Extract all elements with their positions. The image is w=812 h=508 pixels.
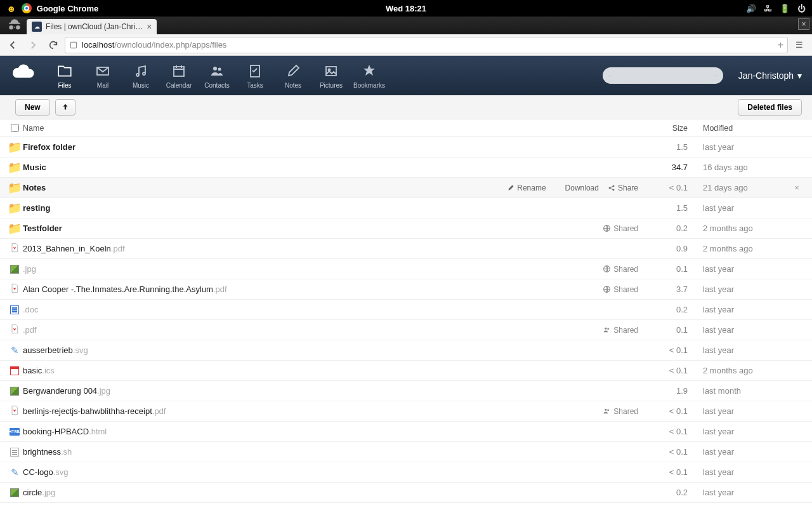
file-row[interactable]: Bergwanderung 004.jpg1.9last month (0, 381, 812, 401)
app-notes[interactable]: Notes (274, 56, 312, 95)
file-name[interactable]: resting (23, 203, 646, 213)
app-bookmarks[interactable]: Bookmarks (350, 56, 388, 95)
app-contacts[interactable]: Contacts (198, 56, 236, 95)
file-row[interactable]: brightness.sh< 0.1last year (0, 442, 812, 462)
file-row[interactable]: basic.ics< 0.12 months ago (0, 361, 812, 381)
svg-rect-6 (326, 67, 336, 76)
forward-button[interactable] (24, 36, 42, 54)
file-modified: 21 days ago (703, 183, 792, 192)
shared-indicator[interactable]: Shared (603, 265, 638, 274)
column-modified[interactable]: Modified (703, 124, 792, 133)
search-input[interactable] (615, 71, 710, 80)
battery-icon[interactable]: 🔋 (780, 4, 790, 13)
file-name[interactable]: Music (23, 163, 646, 172)
app-calendar[interactable]: Calendar (160, 56, 198, 95)
user-menu[interactable]: Jan-Christoph ▾ (728, 56, 812, 95)
app-pictures[interactable]: Pictures (312, 56, 350, 95)
file-row[interactable]: 📁Firefox folder1.5last year (0, 137, 812, 157)
smiley-icon[interactable]: ☻ (6, 3, 16, 14)
select-all-checkbox[interactable] (11, 124, 19, 132)
incognito-icon (5, 17, 24, 34)
app-files[interactable]: Files (46, 56, 84, 95)
svg-point-18 (605, 409, 607, 411)
file-row[interactable]: 2013_Bahnen_in_Koeln.pdf0.92 months ago (0, 239, 812, 259)
file-name[interactable]: Testfolder (23, 224, 603, 233)
shared-indicator[interactable]: Shared (603, 407, 638, 416)
file-name[interactable]: Notes (23, 183, 507, 192)
column-size[interactable]: Size (646, 124, 703, 133)
file-row[interactable]: 📁resting1.5last year (0, 198, 812, 218)
clock: Wed 18:21 (386, 4, 426, 13)
browser-tab[interactable]: ☁ Files | ownCloud (Jan-Chri… × (27, 19, 157, 34)
file-row[interactable]: HTMLbooking-HPBACD.html< 0.1last year (0, 422, 812, 442)
file-name[interactable]: 2013_Bahnen_in_Koeln.pdf (23, 244, 646, 253)
file-row[interactable]: circle.jpg0.2last year (0, 483, 812, 503)
tab-close-icon[interactable]: × (147, 22, 152, 32)
window-close-icon[interactable]: × (798, 18, 809, 30)
file-name[interactable]: CC-logo.svg (23, 467, 646, 477)
app-mail[interactable]: Mail (84, 56, 122, 95)
owncloud-logo-icon[interactable] (0, 56, 46, 95)
deleted-files-button[interactable]: Deleted files (738, 99, 802, 116)
download-action[interactable]: Download (555, 184, 599, 192)
file-name[interactable]: Alan Cooper -.The.Inmates.Are.Running.th… (23, 284, 603, 294)
share-action[interactable]: Share (608, 184, 638, 192)
svg-point-4 (218, 68, 221, 71)
file-row[interactable]: ✎CC-logo.svg< 0.1last year (0, 462, 812, 483)
text-icon (10, 448, 19, 457)
file-row[interactable]: 📁Music34.716 days ago (0, 157, 812, 178)
power-icon[interactable]: ⏻ (797, 4, 806, 13)
row-actions: RenameDownloadShare (507, 184, 638, 192)
file-row[interactable]: 📁NotesRenameDownloadShare< 0.121 days ag… (0, 178, 812, 198)
os-panel: ☻ Google Chrome Wed 18:21 🔊 🖧 🔋 ⏻ (0, 0, 812, 17)
app-music[interactable]: Music (122, 56, 160, 95)
address-bar[interactable]: localhost/owncloud/index.php/apps/files … (65, 37, 788, 53)
file-modified: last year (703, 488, 792, 497)
chrome-menu-button[interactable]: ☰ (790, 40, 808, 50)
file-name[interactable]: .pdf (23, 325, 603, 335)
file-row[interactable]: berlinjs-rejectjs-bahwblithha-receipt.pd… (0, 401, 812, 422)
rename-action[interactable]: Rename (507, 184, 546, 192)
file-modified: 16 days ago (703, 163, 792, 172)
user-name: Jan-Christoph (738, 70, 794, 81)
file-row[interactable]: 📁TestfolderShared0.22 months ago (0, 218, 812, 239)
file-row[interactable]: .pdfShared0.1last year (0, 320, 812, 340)
app-tasks[interactable]: Tasks (236, 56, 274, 95)
shared-indicator[interactable]: Shared (603, 326, 638, 335)
file-name[interactable]: booking-HPBACD.html (23, 427, 646, 436)
file-name[interactable]: Bergwanderung 004.jpg (23, 386, 646, 396)
file-name[interactable]: basic.ics (23, 366, 646, 375)
file-row[interactable]: ✎ausserbetrieb.svg< 0.1last year (0, 340, 812, 361)
bookmark-plus-icon[interactable]: + (778, 39, 783, 51)
file-name[interactable]: ausserbetrieb.svg (23, 345, 646, 355)
file-name[interactable]: brightness.sh (23, 447, 646, 457)
upload-button[interactable] (55, 99, 75, 116)
network-icon[interactable]: 🖧 (764, 4, 772, 13)
chevron-down-icon: ▾ (797, 70, 802, 81)
file-name[interactable]: circle.jpg (23, 488, 646, 497)
file-row[interactable]: .jpgShared0.1last year (0, 259, 812, 279)
volume-icon[interactable]: 🔊 (746, 4, 756, 13)
file-row[interactable]: .doc0.2last year (0, 300, 812, 320)
file-modified: last year (703, 284, 792, 294)
shared-indicator[interactable]: Shared (603, 285, 638, 294)
delete-icon[interactable]: × (792, 183, 802, 192)
file-name[interactable]: .jpg (23, 264, 603, 274)
image-icon (10, 387, 19, 396)
mic-icon[interactable] (716, 70, 717, 81)
file-modified: last year (703, 264, 792, 274)
file-name[interactable]: .doc (23, 305, 646, 314)
new-button[interactable]: New (15, 99, 50, 116)
file-name[interactable]: berlinjs-rejectjs-bahwblithha-receipt.pd… (23, 406, 603, 416)
file-row[interactable]: Alan Cooper -.The.Inmates.Are.Running.th… (0, 279, 812, 300)
shared-indicator[interactable]: Shared (603, 224, 638, 233)
chrome-icon[interactable] (22, 3, 32, 13)
reload-button[interactable] (44, 36, 62, 54)
column-name[interactable]: Name (23, 124, 646, 133)
file-modified: last year (703, 142, 792, 152)
back-button[interactable] (4, 36, 22, 54)
svg-point-11 (613, 185, 614, 187)
folder-icon: 📁 (8, 161, 22, 175)
file-name[interactable]: Firefox folder (23, 142, 646, 152)
search-box[interactable] (603, 67, 723, 84)
